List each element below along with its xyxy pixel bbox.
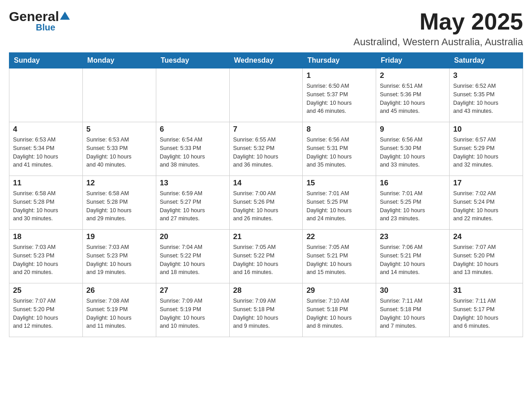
day-number: 18 <box>13 232 79 241</box>
day-number: 12 <box>86 179 152 188</box>
weekday-header-tuesday: Tuesday <box>156 53 229 68</box>
day-info: Sunrise: 6:57 AMSunset: 5:29 PMDaylight:… <box>453 136 519 169</box>
calendar-day-cell: 25Sunrise: 7:07 AMSunset: 5:20 PMDayligh… <box>9 283 83 337</box>
day-info: Sunrise: 7:07 AMSunset: 5:20 PMDaylight:… <box>13 297 79 330</box>
calendar-day-cell: 16Sunrise: 7:01 AMSunset: 5:25 PMDayligh… <box>376 176 450 230</box>
day-info: Sunrise: 6:58 AMSunset: 5:28 PMDaylight:… <box>86 189 152 223</box>
day-number: 28 <box>233 286 299 295</box>
day-number: 25 <box>13 286 79 295</box>
day-number: 19 <box>86 232 152 241</box>
day-number: 1 <box>306 71 372 80</box>
day-number: 6 <box>160 125 226 134</box>
day-number: 2 <box>380 71 446 80</box>
calendar-day-cell: 5Sunrise: 6:53 AMSunset: 5:33 PMDaylight… <box>82 122 156 176</box>
day-number: 14 <box>233 179 299 188</box>
day-number: 7 <box>233 125 299 134</box>
day-info: Sunrise: 6:58 AMSunset: 5:28 PMDaylight:… <box>13 189 79 223</box>
calendar-week-row: 18Sunrise: 7:03 AMSunset: 5:23 PMDayligh… <box>9 230 523 283</box>
day-number: 11 <box>13 179 79 188</box>
day-info: Sunrise: 6:51 AMSunset: 5:36 PMDaylight:… <box>380 82 446 116</box>
calendar-day-cell: 14Sunrise: 7:00 AMSunset: 5:26 PMDayligh… <box>229 176 303 230</box>
calendar-day-cell: 19Sunrise: 7:03 AMSunset: 5:23 PMDayligh… <box>82 230 156 283</box>
calendar-week-row: 25Sunrise: 7:07 AMSunset: 5:20 PMDayligh… <box>9 283 523 337</box>
day-number: 10 <box>453 125 519 134</box>
weekday-header-wednesday: Wednesday <box>229 53 303 68</box>
month-title: May 2025 <box>353 9 523 34</box>
calendar-day-cell: 8Sunrise: 6:56 AMSunset: 5:31 PMDaylight… <box>303 122 376 176</box>
day-info: Sunrise: 6:56 AMSunset: 5:30 PMDaylight:… <box>380 136 446 169</box>
day-info: Sunrise: 7:11 AMSunset: 5:18 PMDaylight:… <box>380 297 446 330</box>
day-number: 17 <box>453 179 519 188</box>
calendar-day-cell: 17Sunrise: 7:02 AMSunset: 5:24 PMDayligh… <box>450 176 523 230</box>
calendar-day-cell: 27Sunrise: 7:09 AMSunset: 5:19 PMDayligh… <box>156 283 229 337</box>
calendar-empty-cell <box>229 68 303 122</box>
day-number: 30 <box>380 286 446 295</box>
day-info: Sunrise: 6:50 AMSunset: 5:37 PMDaylight:… <box>306 82 372 116</box>
calendar-day-cell: 23Sunrise: 7:06 AMSunset: 5:21 PMDayligh… <box>376 230 450 283</box>
calendar-day-cell: 4Sunrise: 6:53 AMSunset: 5:34 PMDaylight… <box>9 122 83 176</box>
calendar-week-row: 4Sunrise: 6:53 AMSunset: 5:34 PMDaylight… <box>9 122 523 176</box>
calendar-day-cell: 12Sunrise: 6:58 AMSunset: 5:28 PMDayligh… <box>82 176 156 230</box>
calendar-day-cell: 11Sunrise: 6:58 AMSunset: 5:28 PMDayligh… <box>9 176 83 230</box>
day-info: Sunrise: 7:09 AMSunset: 5:19 PMDaylight:… <box>160 297 226 330</box>
calendar-day-cell: 13Sunrise: 6:59 AMSunset: 5:27 PMDayligh… <box>156 176 229 230</box>
svg-marker-0 <box>60 12 70 20</box>
day-info: Sunrise: 7:03 AMSunset: 5:23 PMDaylight:… <box>86 243 152 277</box>
calendar-day-cell: 29Sunrise: 7:10 AMSunset: 5:18 PMDayligh… <box>303 283 376 337</box>
calendar-day-cell: 15Sunrise: 7:01 AMSunset: 5:25 PMDayligh… <box>303 176 376 230</box>
day-info: Sunrise: 6:56 AMSunset: 5:31 PMDaylight:… <box>306 136 372 169</box>
calendar-day-cell: 30Sunrise: 7:11 AMSunset: 5:18 PMDayligh… <box>376 283 450 337</box>
day-info: Sunrise: 7:10 AMSunset: 5:18 PMDaylight:… <box>306 297 372 330</box>
day-info: Sunrise: 7:05 AMSunset: 5:21 PMDaylight:… <box>306 243 372 277</box>
logo-triangle-icon <box>60 12 70 20</box>
calendar-day-cell: 24Sunrise: 7:07 AMSunset: 5:20 PMDayligh… <box>450 230 523 283</box>
day-info: Sunrise: 7:02 AMSunset: 5:24 PMDaylight:… <box>453 189 519 223</box>
calendar-day-cell: 28Sunrise: 7:09 AMSunset: 5:18 PMDayligh… <box>229 283 303 337</box>
day-info: Sunrise: 6:53 AMSunset: 5:34 PMDaylight:… <box>13 136 79 169</box>
calendar-empty-cell <box>156 68 229 122</box>
day-number: 24 <box>453 232 519 241</box>
calendar-day-cell: 10Sunrise: 6:57 AMSunset: 5:29 PMDayligh… <box>450 122 523 176</box>
calendar-table: SundayMondayTuesdayWednesdayThursdayFrid… <box>9 52 523 337</box>
weekday-header-monday: Monday <box>82 53 156 68</box>
day-info: Sunrise: 7:05 AMSunset: 5:22 PMDaylight:… <box>233 243 299 277</box>
calendar-day-cell: 9Sunrise: 6:56 AMSunset: 5:30 PMDaylight… <box>376 122 450 176</box>
weekday-header-saturday: Saturday <box>450 53 523 68</box>
day-info: Sunrise: 7:01 AMSunset: 5:25 PMDaylight:… <box>306 189 372 223</box>
day-number: 21 <box>233 232 299 241</box>
day-info: Sunrise: 7:07 AMSunset: 5:20 PMDaylight:… <box>453 243 519 277</box>
location-title: Australind, Western Australia, Australia <box>353 36 523 48</box>
day-info: Sunrise: 6:53 AMSunset: 5:33 PMDaylight:… <box>86 136 152 169</box>
day-number: 9 <box>380 125 446 134</box>
day-number: 27 <box>160 286 226 295</box>
day-info: Sunrise: 7:03 AMSunset: 5:23 PMDaylight:… <box>13 243 79 277</box>
calendar-day-cell: 18Sunrise: 7:03 AMSunset: 5:23 PMDayligh… <box>9 230 83 283</box>
day-number: 31 <box>453 286 519 295</box>
day-number: 3 <box>453 71 519 80</box>
calendar-day-cell: 26Sunrise: 7:08 AMSunset: 5:19 PMDayligh… <box>82 283 156 337</box>
day-info: Sunrise: 6:55 AMSunset: 5:32 PMDaylight:… <box>233 136 299 169</box>
calendar-empty-cell <box>9 68 83 122</box>
weekday-header-row: SundayMondayTuesdayWednesdayThursdayFrid… <box>9 53 523 68</box>
weekday-header-friday: Friday <box>376 53 450 68</box>
logo: General Blue <box>9 9 70 33</box>
logo-blue-text: Blue <box>36 22 55 32</box>
day-info: Sunrise: 6:54 AMSunset: 5:33 PMDaylight:… <box>160 136 226 169</box>
day-info: Sunrise: 7:01 AMSunset: 5:25 PMDaylight:… <box>380 189 446 223</box>
day-info: Sunrise: 6:59 AMSunset: 5:27 PMDaylight:… <box>160 189 226 223</box>
day-number: 23 <box>380 232 446 241</box>
calendar-day-cell: 31Sunrise: 7:11 AMSunset: 5:17 PMDayligh… <box>450 283 523 337</box>
page-header: General Blue May 2025 Australind, Wester… <box>9 9 523 48</box>
day-info: Sunrise: 7:09 AMSunset: 5:18 PMDaylight:… <box>233 297 299 330</box>
calendar-day-cell: 22Sunrise: 7:05 AMSunset: 5:21 PMDayligh… <box>303 230 376 283</box>
day-number: 26 <box>86 286 152 295</box>
weekday-header-sunday: Sunday <box>9 53 83 68</box>
day-info: Sunrise: 7:11 AMSunset: 5:17 PMDaylight:… <box>453 297 519 330</box>
calendar-day-cell: 2Sunrise: 6:51 AMSunset: 5:36 PMDaylight… <box>376 68 450 122</box>
day-number: 20 <box>160 232 226 241</box>
logo-general-text: General <box>9 9 59 24</box>
day-number: 5 <box>86 125 152 134</box>
calendar-day-cell: 7Sunrise: 6:55 AMSunset: 5:32 PMDaylight… <box>229 122 303 176</box>
day-info: Sunrise: 7:00 AMSunset: 5:26 PMDaylight:… <box>233 189 299 223</box>
calendar-week-row: 1Sunrise: 6:50 AMSunset: 5:37 PMDaylight… <box>9 68 523 122</box>
